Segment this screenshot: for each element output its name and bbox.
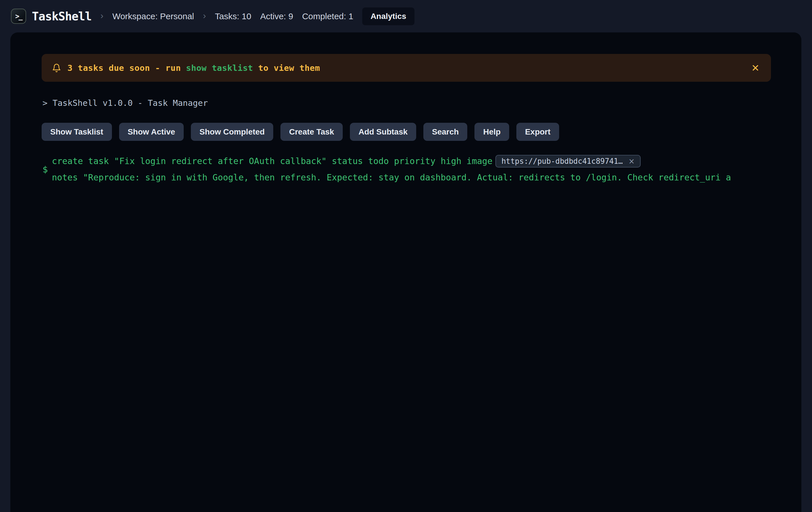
command-line-1: create task "Fix login redirect after OA… (52, 153, 802, 169)
command-text-1: create task "Fix login redirect after OA… (52, 156, 493, 166)
analytics-button[interactable]: Analytics (362, 7, 415, 25)
export-button[interactable]: Export (516, 123, 559, 141)
notification-banner: 3 tasks due soon - run show tasklist to … (41, 54, 771, 82)
close-icon[interactable]: ✕ (750, 62, 761, 74)
show-completed-button[interactable]: Show Completed (191, 123, 273, 141)
create-task-button[interactable]: Create Task (281, 123, 343, 141)
breadcrumb: › Workspace: Personal › Tasks: 10 Active… (100, 7, 415, 25)
terminal-panel: 3 tasks due soon - run show tasklist to … (10, 32, 802, 512)
help-button[interactable]: Help (474, 123, 509, 141)
search-button[interactable]: Search (423, 123, 467, 141)
app-title: TaskShell (32, 10, 92, 23)
command-text-2: notes "Reproduce: sign in with Google, t… (52, 172, 731, 182)
stat-active: Active: 9 (260, 11, 293, 21)
logo-glyph: >_ (15, 12, 22, 20)
version-line: > TaskShell v1.0.0 - Task Manager (42, 98, 802, 108)
command-content: create task "Fix login redirect after OA… (52, 153, 802, 186)
stat-tasks: Tasks: 10 (215, 11, 252, 21)
attachment-url: https://pub-dbdbdc41c89741… (501, 157, 623, 165)
show-tasklist-button[interactable]: Show Tasklist (41, 123, 112, 141)
show-active-button[interactable]: Show Active (119, 123, 184, 141)
quick-actions: Show Tasklist Show Active Show Completed… (41, 123, 802, 141)
prompt-symbol: $ (42, 164, 48, 174)
notification-text: 3 tasks due soon - run show tasklist to … (67, 63, 320, 73)
breadcrumb-workspace: Workspace: Personal (112, 11, 194, 21)
app-header: >_ TaskShell › Workspace: Personal › Tas… (0, 0, 812, 32)
stat-completed: Completed: 1 (302, 11, 353, 21)
notification-text-after: to view them (253, 63, 320, 73)
notification-text-before: 3 tasks due soon - run (67, 63, 186, 73)
bell-icon (52, 63, 61, 72)
attachment-chip[interactable]: https://pub-dbdbdc41c89741… × (495, 155, 641, 168)
command-input[interactable]: $ create task "Fix login redirect after … (42, 153, 802, 186)
chevron-right-icon: › (203, 10, 206, 21)
notification-command: show tasklist (186, 63, 253, 73)
terminal-logo-icon: >_ (11, 9, 26, 24)
remove-attachment-icon[interactable]: × (629, 157, 635, 165)
command-line-2: notes "Reproduce: sign in with Google, t… (52, 169, 802, 186)
chevron-right-icon: › (100, 10, 104, 21)
add-subtask-button[interactable]: Add Subtask (350, 123, 416, 141)
